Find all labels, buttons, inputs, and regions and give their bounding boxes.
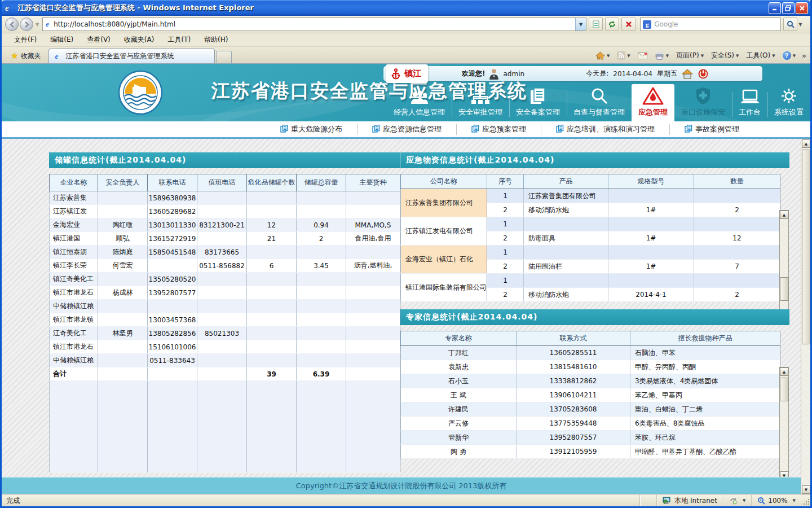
- logout-icon[interactable]: [698, 68, 709, 80]
- subnav-item[interactable]: 事故案例管理: [669, 124, 754, 135]
- table-row[interactable]: 石小玉133388128623类易燃液体、4类易燃固体: [401, 374, 780, 388]
- zoom-control[interactable]: 100% ▼: [751, 495, 801, 506]
- search-placeholder: Google: [654, 20, 678, 28]
- table-row[interactable]: 江苏索普集团有限公司1江苏索普集团有限公司: [401, 189, 780, 203]
- resize-grip[interactable]: [801, 495, 810, 506]
- table-row[interactable]: 镇江市港龙石15106101006: [50, 340, 400, 354]
- table-row[interactable]: 镇江市港龙镇13003457368: [50, 313, 400, 327]
- search-dropdown[interactable]: ▼: [798, 22, 802, 27]
- new-tab-stub[interactable]: [216, 51, 232, 63]
- address-field[interactable]: e http://localhost:8080/yjpt/Main.html ▼: [42, 17, 586, 31]
- table-row[interactable]: 中储粮镇江粮: [50, 300, 400, 313]
- supplies-scrollbar[interactable]: ▲ ▼: [779, 210, 789, 323]
- nav-item-document[interactable]: 安全备案管理: [509, 86, 567, 121]
- compatibility-view-button[interactable]: [589, 17, 603, 31]
- help-button[interactable]: ?▼: [780, 50, 798, 61]
- restore-button[interactable]: [782, 2, 795, 14]
- search-input[interactable]: g Google: [640, 17, 781, 31]
- nav-item-gear[interactable]: 系统设置: [767, 86, 810, 121]
- company-cell: 金海宏业（镇江）石化: [401, 246, 487, 274]
- table-row[interactable]: 镇江李长荣何雪宏0511-85688263.45沥青,燃料油,: [50, 259, 400, 273]
- search-button[interactable]: [783, 17, 797, 31]
- table-row[interactable]: 管新华13952807557苯胺、环己烷: [401, 431, 780, 445]
- table-row[interactable]: 丁邦红13605285511石脑油、甲苯: [401, 346, 780, 360]
- scroll-thumb[interactable]: [802, 150, 810, 344]
- users-icon: [409, 90, 430, 105]
- nav-item-org-chart[interactable]: 安全审批管理: [452, 86, 509, 121]
- date-value: 2014-04-04: [613, 70, 652, 78]
- protected-mode-control[interactable]: ▼: [723, 495, 751, 506]
- forward-button[interactable]: [20, 17, 33, 31]
- experts-scrollbar[interactable]: ▲ ▼: [779, 367, 789, 480]
- home-icon[interactable]: [682, 68, 693, 80]
- print-button[interactable]: ▼: [652, 50, 672, 61]
- table-row[interactable]: 合计396.39: [50, 367, 400, 381]
- nav-item-users[interactable]: 经营人信息管理: [387, 86, 452, 121]
- scroll-thumb[interactable]: [780, 277, 788, 301]
- minimize-button[interactable]: [769, 2, 781, 14]
- address-bar: ▼ e http://localhost:8080/yjpt/Main.html…: [2, 16, 810, 33]
- table-row[interactable]: 江苏索普集15896380938: [50, 191, 400, 205]
- table-row[interactable]: 镇江市港龙石杨成林13952807577: [50, 286, 400, 300]
- mail-button[interactable]: [635, 51, 650, 60]
- subnav-item[interactable]: 应急预案管理: [456, 124, 541, 135]
- table-row[interactable]: 镇江奇美化工13505280520: [50, 273, 400, 286]
- tab-active[interactable]: e 江苏省港口安全监管与应急管理系统: [48, 49, 215, 63]
- table-row[interactable]: 江奇美化工林坚勇1380528285685021303: [50, 327, 400, 340]
- favorites-button[interactable]: ★ 收藏夹: [5, 49, 46, 63]
- home-button[interactable]: ▼: [593, 50, 612, 61]
- page-menu-button[interactable]: 页面(P)▼: [673, 50, 707, 62]
- menu-item[interactable]: 帮助(H): [197, 33, 235, 46]
- scroll-up-button[interactable]: ▲: [780, 211, 788, 219]
- history-dropdown[interactable]: ▼: [36, 22, 39, 27]
- document-icon: [529, 87, 546, 105]
- table-row[interactable]: 镇江恒泰沥陈炳庭1585045154883173665: [50, 246, 400, 259]
- nav-item-laptop[interactable]: 工作台: [732, 86, 767, 121]
- table-row[interactable]: 金海宏业（镇江）石化1: [401, 246, 780, 260]
- table-row[interactable]: 袁新忠13815481610甲醇、异丙醇、丙酮: [401, 360, 780, 374]
- safety-menu-button[interactable]: 安全(S)▼: [708, 50, 742, 62]
- table-row[interactable]: 镇江港国顾弘13615272919212食用油,食用: [50, 232, 400, 246]
- column-header: 公司名称: [401, 174, 487, 189]
- menu-item[interactable]: 工具(T): [161, 33, 197, 46]
- experts-panel-title: 专家信息统计(截止2014.04.04): [400, 309, 789, 325]
- back-button[interactable]: [5, 17, 19, 31]
- table-row[interactable]: 许建民13705283608重油、白蜡油、丁二烯: [401, 402, 780, 417]
- menu-item[interactable]: 编辑(E): [43, 33, 80, 46]
- table-row[interactable]: 江苏镇江发电有限公司1: [401, 217, 780, 231]
- toolbar-overflow-chevron[interactable]: »: [800, 51, 808, 60]
- nav-item-shield[interactable]: 港口设施保安: [674, 86, 732, 121]
- column-header: 联系方式: [517, 331, 630, 346]
- menu-item[interactable]: 收藏夹(A): [117, 33, 161, 46]
- supplies-panel-title: 应急物资信息统计(截止2014.04.04): [400, 152, 789, 168]
- table-row[interactable]: 王 斌13906104211苯乙烯、甲基丙: [401, 388, 780, 402]
- refresh-button[interactable]: [605, 17, 619, 31]
- scroll-up-button[interactable]: ▲: [780, 367, 788, 376]
- scroll-up-button[interactable]: ▲: [802, 139, 810, 148]
- menu-item[interactable]: 查看(V): [80, 33, 117, 46]
- tools-menu-button[interactable]: 工具(O)▼: [743, 50, 778, 62]
- nav-item-magnifier[interactable]: 自查与督查管理: [567, 86, 632, 121]
- subnav-item[interactable]: 应急培训、演练和演习管理: [541, 124, 669, 135]
- scroll-thumb[interactable]: [780, 378, 788, 401]
- page-scrollbar[interactable]: ▲ ▼: [801, 139, 810, 494]
- close-button[interactable]: [796, 2, 808, 14]
- subnav-item[interactable]: 重大危险源分布: [266, 124, 357, 135]
- star-icon: ★: [11, 51, 18, 61]
- tab-bar: ★ 收藏夹 e 江苏省港口安全监管与应急管理系统 ▼ ▼ ▼ 页面(P)▼ 安全…: [2, 47, 810, 64]
- table-row[interactable]: 严云修137753594486类毒害品、8类腐蚀品: [401, 417, 780, 431]
- table-row[interactable]: 金海宏业陶红暾1301301133083121300-21120.94MMA,M…: [50, 218, 400, 232]
- stop-button[interactable]: [621, 17, 636, 31]
- menu-item[interactable]: 文件(F): [7, 33, 43, 46]
- subnav-item[interactable]: 应急资源信息管理: [357, 124, 456, 135]
- ie-logo-icon: e: [5, 3, 15, 13]
- table-row[interactable]: 镇江港国际集装箱有限公司1: [401, 274, 780, 288]
- table-row[interactable]: 江苏镇江发13605289682: [50, 205, 400, 218]
- address-dropdown[interactable]: ▼: [575, 18, 586, 30]
- intranet-icon: [663, 497, 672, 505]
- table-row[interactable]: 中储粮镇江粮0511-833643: [50, 354, 400, 367]
- scroll-down-button[interactable]: ▼: [802, 485, 810, 494]
- feeds-button[interactable]: ▼: [614, 50, 633, 61]
- table-row[interactable]: 陶 勇13912105959甲缩醛、甲基异丁基酮、乙酸乙酯: [401, 445, 780, 459]
- nav-item-warning-triangle[interactable]: 应急管理: [632, 84, 674, 121]
